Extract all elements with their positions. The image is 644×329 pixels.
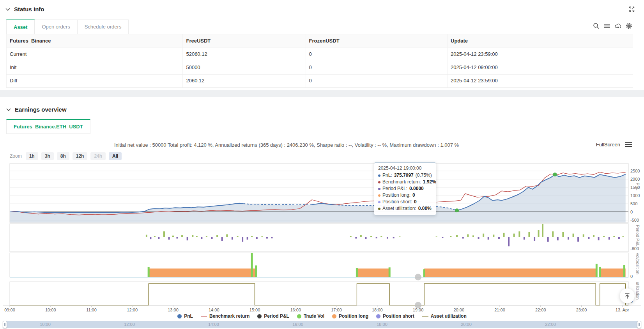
axis-name-period-pnl: Period P&L	[635, 225, 640, 253]
zoom-3h-button[interactable]: 3h	[41, 152, 54, 160]
cloud-download-icon[interactable]	[615, 23, 621, 29]
slider-time-label: 10:00	[40, 322, 51, 327]
expand-icon[interactable]	[629, 6, 635, 14]
asset-table: Futures_Binance FreeUSDT FrozenUSDT Upda…	[6, 34, 633, 88]
tooltip-row-position-short: Position short:0	[378, 199, 432, 205]
fullscreen-label[interactable]: FullScreen	[596, 142, 620, 148]
svg-text:12:00: 12:00	[127, 308, 138, 312]
scroll-to-top-button[interactable]	[620, 288, 635, 303]
svg-text:20:00: 20:00	[454, 308, 465, 312]
svg-text:23:00: 23:00	[576, 308, 587, 312]
legend-marker	[422, 316, 428, 317]
search-icon[interactable]	[593, 23, 600, 29]
cell-frozen: 0	[306, 61, 448, 74]
status-info-title: Status info	[14, 6, 44, 12]
slider-left-handle[interactable]	[3, 321, 7, 328]
settings-icon[interactable]	[626, 23, 632, 29]
legend-position-long[interactable]: Position long	[332, 313, 368, 319]
zoom-8h-button[interactable]: 8h	[57, 152, 69, 160]
status-info-card: Status info Asset Open orders Schedule o…	[0, 0, 644, 90]
cell-free: 2060.12	[183, 75, 306, 87]
tooltip-timestamp: 2025-04-12 19:00:00	[378, 165, 432, 171]
section-divider	[0, 90, 644, 97]
svg-text:-500: -500	[630, 218, 639, 222]
svg-text:13. Apr: 13. Apr	[616, 308, 629, 312]
series-dot	[378, 188, 380, 190]
earnings-title: Earnings overview	[15, 106, 67, 113]
cell-frozen: 0	[306, 48, 448, 61]
menu-icon[interactable]	[604, 23, 610, 29]
svg-text:2500: 2500	[630, 169, 640, 173]
col-futures-binance: Futures_Binance	[6, 34, 183, 48]
svg-text:18:00: 18:00	[372, 308, 383, 312]
table-row-current: Current 52060.12 0 2025-04-12 23:59:00	[6, 48, 633, 61]
col-frozen-usdt: FrozenUSDT	[306, 34, 448, 48]
table-row-init: Init 50000 0 2025-04-12 09:00:00	[6, 61, 633, 75]
svg-text:17:00: 17:00	[331, 308, 342, 312]
legend-marker	[297, 314, 301, 318]
zoom-1h-button[interactable]: 1h	[26, 152, 38, 160]
status-toolbar	[593, 23, 632, 29]
tab-schedule-orders[interactable]: Schedule orders	[78, 20, 129, 34]
datazoom-slider[interactable]: 10:0012:0014:0016:0018:0020:0022:00	[3, 321, 641, 328]
collapse-chevron-icon[interactable]	[6, 108, 11, 111]
axis-name-utilization: utilization	[635, 282, 640, 304]
series-dot	[378, 208, 380, 210]
axis-name-pnl: PnL	[635, 183, 640, 206]
svg-text:14:00: 14:00	[209, 308, 219, 312]
svg-text:0: 0	[630, 210, 633, 214]
col-free-usdt: FreeUSDT	[183, 34, 306, 48]
svg-text:15:00: 15:00	[249, 308, 260, 312]
series-dot	[378, 174, 380, 177]
legend-marker	[257, 314, 262, 318]
legend-period-pnl[interactable]: Period P&L	[257, 313, 289, 319]
fullscreen-control[interactable]: FullScreen	[596, 142, 632, 148]
svg-text:13:00: 13:00	[168, 308, 179, 312]
earnings-header: Earnings overview	[6, 106, 67, 113]
zoom-12h-button[interactable]: 12h	[73, 152, 88, 160]
app-root: Status info Asset Open orders Schedule o…	[0, 0, 644, 329]
axis-name-vol-position: vol/position	[635, 253, 640, 278]
legend-position-short[interactable]: Position short	[376, 313, 414, 319]
cell-free: 52060.12	[183, 48, 306, 61]
cell-update: 2025-04-12 09:00:00	[448, 61, 633, 74]
legend-marker	[376, 314, 380, 318]
tooltip-row-position-long: Position long:0	[378, 192, 432, 199]
tooltip-row-period-pnl: Period P&L:0.0000	[378, 185, 432, 192]
zoom-all-button[interactable]: All	[109, 152, 122, 160]
tooltip-row-asset-utilization: Asset utilization:0.00%	[378, 205, 432, 212]
tab-futures-binance-eth-usdt[interactable]: Futures_Binance.ETH_USDT	[6, 119, 90, 134]
slider-time-label: 12:00	[124, 322, 135, 327]
row-label-init: Init	[6, 61, 183, 74]
legend-marker	[332, 314, 336, 318]
series-dot	[378, 201, 380, 203]
slider-time-label: 16:00	[292, 322, 303, 327]
table-header-row: Futures_Binance FreeUSDT FrozenUSDT Upda…	[6, 34, 633, 48]
series-dot	[378, 194, 380, 197]
status-tabs: Asset Open orders Schedule orders	[6, 20, 129, 34]
row-label-diff: Diff	[6, 75, 183, 87]
table-row-diff: Diff 2060.12 0 2025-04-12 23:59:00	[6, 75, 633, 88]
svg-text:2000: 2000	[630, 177, 640, 181]
svg-text:09:00: 09:00	[4, 308, 15, 312]
legend-benchmark-return[interactable]: Benchmark return	[201, 313, 249, 319]
collapse-chevron-icon[interactable]	[5, 8, 10, 11]
chart-tooltip: 2025-04-12 19:00:00 PnL:375.7097(0.75%) …	[374, 162, 436, 215]
status-info-header: Status info	[5, 6, 44, 12]
tab-open-orders[interactable]: Open orders	[35, 20, 77, 34]
zoom-controls: Zoom 1h 3h 8h 12h 24h All	[10, 152, 122, 160]
tab-asset[interactable]: Asset	[6, 20, 35, 34]
slider-time-label: 22:00	[545, 322, 556, 327]
zoom-24h-button: 24h	[90, 152, 106, 160]
earnings-tabs: Futures_Binance.ETH_USDT	[6, 119, 90, 134]
tooltip-row-benchmark: Benchmark return:1.92%	[378, 179, 432, 185]
chart-menu-icon[interactable]	[625, 142, 632, 148]
legend-marker	[201, 316, 207, 317]
earnings-chart[interactable]: 25002000150010005000-500-8000009:0010:00…	[0, 161, 644, 313]
legend-trade-vol[interactable]: Trade Vol	[297, 313, 324, 319]
cell-update: 2025-04-12 23:59:00	[448, 48, 633, 61]
legend-asset-utilization[interactable]: Asset utilization	[422, 313, 467, 319]
slider-right-handle[interactable]	[637, 321, 641, 328]
tooltip-row-pnl: PnL:375.7097(0.75%)	[378, 172, 432, 179]
legend-pnl[interactable]: PnL	[177, 313, 193, 319]
